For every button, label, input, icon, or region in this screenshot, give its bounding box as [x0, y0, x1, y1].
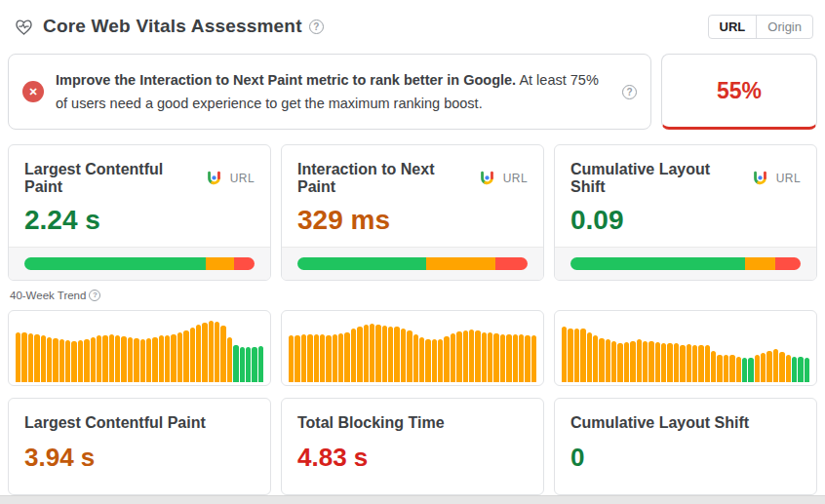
trend-bar	[630, 341, 635, 382]
trend-bar	[786, 355, 791, 382]
trend-bar	[661, 343, 666, 382]
metric-title: Cumulative Layout Shift	[570, 161, 743, 196]
summary-value: 3.94 s	[24, 443, 255, 473]
trend-bar	[761, 353, 766, 382]
trend-bar	[525, 335, 530, 382]
trend-bar	[513, 334, 518, 382]
toggle-url-button[interactable]: URL	[709, 16, 757, 38]
trend-bar	[401, 329, 406, 382]
trend-bar	[506, 334, 511, 383]
trend-bar	[121, 336, 126, 382]
trend-bar	[469, 330, 474, 382]
chrome-ux-icon	[752, 171, 768, 187]
trend-help-icon[interactable]: ?	[89, 290, 100, 301]
trend-bar	[779, 352, 784, 382]
trend-bar	[233, 345, 238, 382]
trend-bar	[159, 335, 164, 382]
alert-text: Improve the Interaction to Next Paint me…	[56, 68, 602, 115]
trend-bar	[357, 327, 362, 382]
trend-chart-tbt	[289, 318, 536, 382]
page-title: Core Web Vitals Assessment	[43, 16, 302, 37]
trend-bar	[382, 326, 387, 382]
trend-bar	[643, 341, 648, 382]
trend-bar	[736, 357, 741, 382]
trend-bar	[109, 334, 114, 382]
toggle-origin-button[interactable]: Origin	[756, 16, 812, 38]
trend-bar	[338, 333, 343, 382]
trend-bar	[295, 335, 299, 382]
summary-title: Cumulative Layout Shift	[570, 414, 801, 432]
trend-label-row: 40-Week Trend ?	[10, 288, 817, 302]
trend-bar	[587, 332, 592, 382]
trend-bar	[531, 335, 536, 382]
trend-bar	[84, 339, 89, 382]
trend-bar	[488, 332, 492, 382]
distribution-segment-good	[570, 257, 745, 270]
scope-label: URL	[230, 172, 255, 185]
trend-bar	[128, 337, 133, 382]
metric-title: Interaction to Next Paint	[297, 161, 470, 196]
trend-bar	[580, 329, 585, 382]
summary-title: Total Blocking Time	[297, 414, 528, 432]
metric-card-footer	[282, 247, 543, 280]
trend-bar	[209, 321, 214, 382]
passing-score-value: 55%	[717, 78, 762, 104]
trend-chart-cls	[562, 318, 809, 382]
chrome-ux-icon	[206, 171, 222, 187]
trend-bar	[500, 334, 505, 383]
trend-bar	[574, 329, 579, 382]
summary-cards-row: Largest Contentful Paint 3.94 s Total Bl…	[8, 398, 817, 495]
trend-bar	[705, 345, 710, 382]
distribution-segment-good	[297, 257, 426, 270]
trend-chart-card-tbt	[281, 310, 544, 386]
trend-bar	[463, 330, 468, 382]
trend-bar	[115, 335, 120, 382]
summary-value: 4.83 s	[297, 443, 528, 473]
distribution-segment-good	[24, 257, 206, 270]
trend-bar	[388, 327, 393, 382]
metric-card-footer	[555, 247, 816, 280]
trend-bar	[140, 339, 145, 382]
trend-bar	[655, 342, 660, 382]
trend-bar	[190, 328, 195, 382]
metric-cards-row: Largest Contentful Paint URL 2.24 s	[8, 144, 817, 281]
trend-bar	[78, 340, 83, 382]
trend-chart-card-cls	[554, 310, 817, 386]
summary-value: 0	[570, 443, 801, 473]
trend-bar	[742, 358, 747, 382]
trend-bar	[202, 323, 207, 382]
summary-card-lcp: Largest Contentful Paint 3.94 s	[8, 398, 271, 495]
trend-bar	[413, 334, 418, 383]
trend-bar	[307, 334, 312, 383]
trend-bar	[724, 355, 728, 382]
distribution-segment-poor	[495, 257, 528, 270]
viewport-bottom-edge	[0, 495, 825, 504]
trend-bar	[171, 334, 176, 382]
distribution-segment-poor	[234, 257, 255, 270]
trend-bar	[258, 346, 263, 382]
trend-bar	[289, 335, 294, 382]
trend-bar	[674, 343, 679, 382]
trend-bar	[364, 325, 369, 382]
core-web-vitals-panel: Core Web Vitals Assessment ? URL Origin …	[0, 0, 825, 504]
trend-bar	[432, 339, 437, 382]
distribution-segment-needs-improvement	[206, 257, 233, 270]
trend-bar	[568, 329, 572, 382]
trend-bar	[351, 329, 356, 382]
trend-bar	[344, 332, 349, 382]
help-icon[interactable]: ?	[309, 19, 324, 34]
trend-bar	[748, 358, 753, 382]
trend-charts-row	[8, 310, 817, 386]
trend-bar	[773, 349, 778, 382]
url-origin-toggle: URL Origin	[708, 15, 813, 39]
header: Core Web Vitals Assessment ? URL Origin	[14, 12, 813, 41]
trend-bar	[41, 335, 46, 382]
metric-value: 329 ms	[297, 205, 528, 236]
trend-bar	[177, 332, 182, 382]
trend-bar	[152, 337, 157, 382]
trend-bar	[687, 344, 691, 382]
passing-score-card: 55%	[661, 54, 817, 130]
trend-bar	[227, 337, 232, 382]
trend-bar	[805, 358, 809, 382]
alert-help-icon[interactable]: ?	[622, 85, 637, 99]
